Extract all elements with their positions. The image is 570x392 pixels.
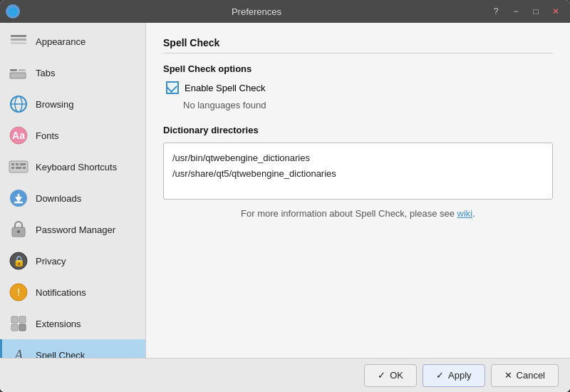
section-title: Spell Check	[163, 37, 553, 53]
info-text-after: .	[472, 208, 475, 219]
appearance-icon	[9, 31, 28, 51]
dictionary-paths-box: /usr/bin/qtwebengine_dictionaries /usr/s…	[163, 143, 553, 200]
ok-label: OK	[390, 370, 403, 381]
sidebar-item-downloads[interactable]: Downloads	[0, 182, 145, 214]
extensions-icon	[9, 314, 28, 334]
enable-spellcheck-row[interactable]: Enable Spell Check	[166, 81, 553, 94]
app-icon: 🌐	[6, 4, 20, 19]
browsing-icon	[9, 94, 28, 114]
sidebar-label-password-manager: Password Manager	[36, 225, 115, 235]
svg-rect-5	[10, 73, 26, 78]
maximize-button[interactable]: □	[527, 4, 544, 19]
svg-rect-3	[10, 69, 17, 71]
dictionary-section: Dictionary directories /usr/bin/qtwebeng…	[163, 125, 553, 219]
main-content: Spell Check Spell Check options Enable S…	[146, 23, 570, 358]
svg-rect-15	[11, 167, 14, 169]
sidebar-item-privacy[interactable]: 🔒 Privacy	[0, 245, 145, 277]
enable-spellcheck-checkbox[interactable]	[166, 81, 179, 94]
privacy-icon: 🔒	[9, 251, 28, 271]
svg-rect-29	[11, 316, 18, 323]
sidebar-label-extensions: Extensions	[36, 319, 81, 329]
keyboard-icon	[9, 157, 28, 177]
sidebar-label-appearance: Appearance	[36, 36, 86, 47]
svg-rect-12	[11, 163, 14, 165]
sidebar-item-spell-check[interactable]: A Spell Check	[0, 339, 145, 358]
sidebar-item-extensions[interactable]: Extensions	[0, 308, 145, 339]
fonts-icon: Aa	[9, 125, 28, 145]
svg-rect-1	[11, 38, 26, 41]
svg-point-24	[17, 230, 20, 233]
ok-icon: ✓	[378, 370, 385, 381]
window-title: Preferences	[26, 6, 487, 17]
subsection-title: Spell Check options	[163, 63, 553, 74]
svg-text:Aa: Aa	[12, 130, 25, 141]
svg-rect-32	[19, 324, 26, 331]
sidebar-label-fonts: Fonts	[36, 130, 59, 141]
svg-rect-18	[23, 167, 26, 169]
svg-rect-17	[23, 163, 26, 165]
sidebar: Appearance Tabs	[0, 23, 146, 358]
ok-button[interactable]: ✓ OK	[364, 364, 417, 387]
dict-path-2: /usr/share/qt5/qtwebengine_dictionaries	[172, 166, 544, 182]
svg-rect-30	[19, 316, 26, 323]
svg-text:!: !	[17, 287, 20, 298]
sidebar-label-keyboard-shortcuts: Keyboard Shortcuts	[36, 162, 117, 172]
dict-section-title: Dictionary directories	[163, 125, 553, 135]
cancel-button[interactable]: ✕ Cancel	[491, 364, 559, 387]
sidebar-label-downloads: Downloads	[36, 193, 81, 204]
spellcheck-icon: A	[9, 345, 28, 358]
svg-rect-31	[11, 324, 18, 331]
titlebar: 🌐 Preferences ? − □ ✕	[0, 0, 570, 23]
info-text: For more information about Spell Check, …	[163, 208, 553, 219]
minimize-button[interactable]: −	[507, 4, 524, 19]
tabs-icon	[9, 63, 28, 83]
sidebar-label-browsing: Browsing	[36, 99, 73, 110]
sidebar-item-fonts[interactable]: Aa Fonts	[0, 120, 145, 151]
svg-text:A: A	[13, 347, 24, 358]
sidebar-item-password-manager[interactable]: Password Manager	[0, 214, 145, 245]
sidebar-label-spell-check: Spell Check	[36, 350, 85, 359]
svg-rect-4	[19, 69, 26, 71]
sidebar-label-tabs: Tabs	[36, 68, 55, 78]
svg-text:🔒: 🔒	[13, 255, 26, 267]
svg-rect-2	[11, 42, 26, 44]
enable-spellcheck-label: Enable Spell Check	[185, 83, 265, 93]
svg-rect-16	[16, 167, 21, 169]
footer: ✓ OK ✓ Apply ✕ Cancel	[0, 358, 570, 392]
notifications-icon: !	[9, 282, 28, 302]
svg-rect-14	[20, 163, 23, 165]
info-text-before: For more information about Spell Check, …	[241, 208, 457, 219]
close-button[interactable]: ✕	[547, 4, 564, 19]
sidebar-item-notifications[interactable]: ! Notifications	[0, 277, 145, 308]
sidebar-item-tabs[interactable]: Tabs	[0, 57, 145, 88]
wiki-link[interactable]: wiki	[457, 208, 473, 219]
cancel-icon: ✕	[504, 370, 512, 381]
svg-rect-13	[16, 163, 19, 165]
preferences-window: 🌐 Preferences ? − □ ✕ Appearance	[0, 0, 570, 392]
apply-icon: ✓	[436, 370, 444, 381]
apply-button[interactable]: ✓ Apply	[423, 364, 485, 387]
window-controls: ? − □ ✕	[487, 4, 564, 19]
sidebar-label-notifications: Notifications	[36, 287, 86, 298]
sidebar-item-appearance[interactable]: Appearance	[0, 26, 145, 57]
apply-label: Apply	[448, 370, 472, 381]
downloads-icon	[9, 188, 28, 208]
password-icon	[9, 220, 28, 239]
cancel-label: Cancel	[517, 370, 545, 381]
content-area: Appearance Tabs	[0, 23, 570, 358]
no-languages-text: No languages found	[183, 100, 553, 110]
help-button[interactable]: ?	[487, 4, 504, 19]
svg-rect-0	[11, 35, 26, 37]
sidebar-label-privacy: Privacy	[36, 256, 66, 267]
sidebar-item-keyboard-shortcuts[interactable]: Keyboard Shortcuts	[0, 151, 145, 182]
sidebar-item-browsing[interactable]: Browsing	[0, 88, 145, 120]
dict-path-1: /usr/bin/qtwebengine_dictionaries	[172, 150, 544, 166]
